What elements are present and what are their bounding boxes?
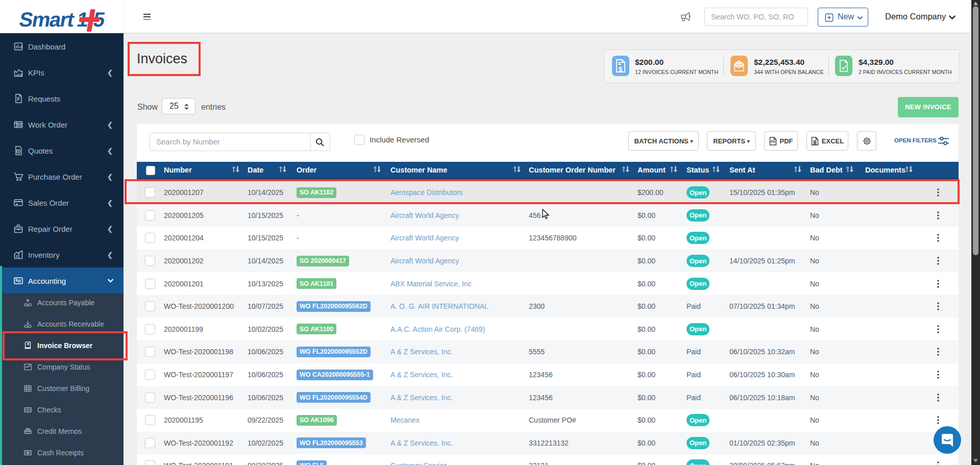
svg-text:Smart: Smart — [17, 8, 76, 31]
svg-text:PD: PD — [771, 140, 775, 143]
svg-text:$: $ — [15, 278, 17, 282]
svg-text:$: $ — [738, 63, 740, 67]
svg-text:$: $ — [619, 65, 623, 73]
